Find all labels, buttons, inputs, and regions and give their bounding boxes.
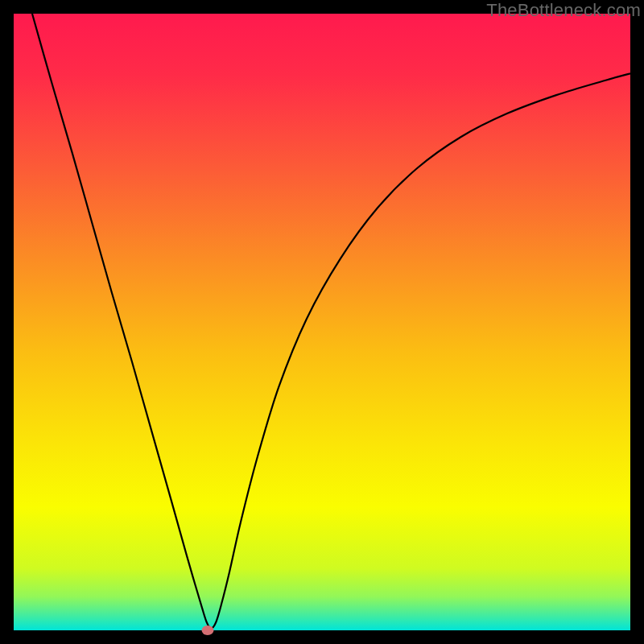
gradient-background bbox=[14, 14, 630, 630]
optimal-point-marker bbox=[201, 625, 213, 635]
bottleneck-chart bbox=[14, 14, 630, 630]
watermark-text: TheBottleneck.com bbox=[486, 0, 641, 21]
chart-frame bbox=[14, 14, 630, 630]
